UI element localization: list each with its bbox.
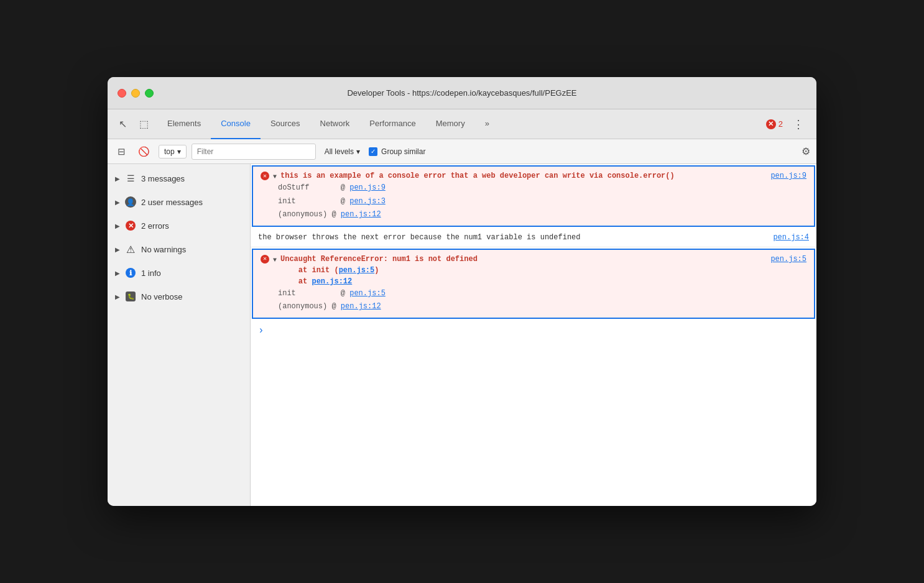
info-location[interactable]: pen.js:4	[773, 232, 809, 243]
tab-list: Elements Console Sources Network Perform…	[157, 109, 761, 139]
arrow-icon: ▶	[115, 199, 120, 206]
stack-link[interactable]: pen.js:12	[312, 277, 352, 286]
tab-elements[interactable]: Elements	[157, 109, 211, 139]
sidebar-item-info[interactable]: ▶ ℹ 1 info	[108, 261, 250, 285]
levels-chevron-icon: ▾	[356, 147, 360, 156]
expand-icon[interactable]: ▼	[273, 172, 277, 181]
clear-console-button[interactable]: 🚫	[134, 144, 154, 159]
settings-button[interactable]: ⚙	[802, 145, 810, 157]
inspect-button[interactable]: ⬚	[136, 116, 152, 132]
sidebar-item-label: No warnings	[141, 245, 186, 254]
sidebar-item-label: 2 errors	[141, 221, 169, 231]
chevron-down-icon: ▾	[177, 147, 181, 156]
arrow-icon: ▶	[115, 293, 120, 300]
arrow-icon: ▶	[115, 246, 120, 253]
sidebar-item-label: 1 info	[141, 269, 161, 278]
stack-link[interactable]: pen.js:3	[349, 197, 386, 206]
error-badge-icon: ✕	[766, 119, 776, 129]
filter-input[interactable]	[192, 144, 316, 160]
error-message: this is an example of a console error th…	[280, 170, 767, 181]
messages-icon: ☰	[125, 173, 136, 184]
tab-memory[interactable]: Memory	[426, 109, 475, 139]
console-entry-error-1: ✕ ▼ this is an example of a console erro…	[252, 165, 815, 227]
console-entry-error-2: ✕ ▼ Uncaught ReferenceError: num1 is not…	[252, 249, 815, 319]
error-icon: ✕	[261, 255, 269, 264]
console-entry-info: the browser throws the next error becaus…	[251, 228, 816, 247]
console-output: ✕ ▼ this is an example of a console erro…	[251, 164, 816, 506]
main-content: ▶ ☰ 3 messages ▶ 👤 2 user messages ▶ ✕ 2…	[108, 164, 816, 506]
group-similar-checkbox[interactable]: ✓	[369, 147, 377, 156]
tab-console[interactable]: Console	[211, 109, 261, 139]
stack-link[interactable]: pen.js:5	[339, 266, 375, 275]
sidebar-toggle-button[interactable]: ⊟	[114, 144, 129, 159]
titlebar: Developer Tools - https://codepen.io/kay…	[108, 77, 816, 109]
error-icon: ✕	[125, 220, 136, 231]
cursor-tool-button[interactable]: ↖	[115, 116, 131, 132]
error-message: Uncaught ReferenceError: num1 is not def…	[280, 254, 767, 287]
context-select[interactable]: top ▾	[159, 145, 187, 158]
error-icon: ✕	[261, 172, 269, 180]
sidebar-item-label: 3 messages	[141, 174, 185, 183]
levels-select[interactable]: All levels ▾	[321, 145, 364, 158]
error-location[interactable]: pen.js:5	[770, 254, 806, 265]
tab-sources[interactable]: Sources	[261, 109, 310, 139]
verbose-icon: 🐛	[125, 291, 136, 302]
minimize-button[interactable]	[131, 89, 140, 98]
stack-trace: doStuff @ pen.js:9 init @ pen.js:3 (anon…	[278, 181, 806, 222]
sidebar-item-verbose[interactable]: ▶ 🐛 No verbose	[108, 285, 250, 308]
stack-link[interactable]: pen.js:5	[349, 289, 386, 298]
user-icon: 👤	[125, 196, 136, 208]
sidebar-item-warnings[interactable]: ▶ ⚠ No warnings	[108, 237, 250, 261]
sidebar-item-errors[interactable]: ▶ ✕ 2 errors	[108, 214, 250, 237]
maximize-button[interactable]	[145, 89, 154, 98]
entry-header: ✕ ▼ Uncaught ReferenceError: num1 is not…	[261, 254, 806, 287]
stack-frame: doStuff @ pen.js:9	[278, 181, 806, 195]
error-badge[interactable]: ✕ 2	[766, 119, 783, 129]
arrow-icon: ▶	[115, 270, 120, 277]
tab-network[interactable]: Network	[310, 109, 360, 139]
window-title: Developer Tools - https://codepen.io/kay…	[347, 88, 576, 98]
entry-header: ✕ ▼ this is an example of a console erro…	[261, 170, 806, 181]
console-sidebar: ▶ ☰ 3 messages ▶ 👤 2 user messages ▶ ✕ 2…	[108, 164, 251, 506]
stack-link[interactable]: pen.js:12	[341, 210, 381, 219]
console-prompt: ›	[251, 320, 816, 341]
sidebar-item-label: No verbose	[141, 292, 182, 301]
close-button[interactable]	[118, 89, 126, 98]
more-options-button[interactable]: ⋮	[788, 115, 809, 134]
warning-icon: ⚠	[125, 244, 136, 255]
devtools-window: Developer Tools - https://codepen.io/kay…	[108, 77, 816, 506]
arrow-icon: ▶	[115, 223, 120, 229]
tab-more[interactable]: »	[475, 109, 499, 139]
stack-frame: init @ pen.js:3	[278, 195, 806, 209]
stack-frame: (anonymous) @ pen.js:12	[278, 208, 806, 222]
group-similar-control[interactable]: ✓ Group similar	[369, 147, 425, 156]
info-icon: ℹ	[125, 267, 136, 278]
traffic-lights	[118, 89, 154, 98]
sidebar-item-messages[interactable]: ▶ ☰ 3 messages	[108, 167, 250, 190]
prompt-icon: ›	[258, 325, 264, 336]
main-toolbar: ↖ ⬚ Elements Console Sources Network Per…	[108, 109, 816, 139]
stack-frame: init @ pen.js:5	[278, 287, 806, 301]
console-toolbar: ⊟ 🚫 top ▾ All levels ▾ ✓ Group similar ⚙	[108, 139, 816, 164]
sidebar-item-user-messages[interactable]: ▶ 👤 2 user messages	[108, 190, 250, 214]
stack-link[interactable]: pen.js:12	[341, 302, 381, 311]
info-message: the browser throws the next error becaus…	[258, 232, 580, 243]
arrow-icon: ▶	[115, 175, 120, 182]
stack-link[interactable]: pen.js:9	[349, 183, 386, 192]
tab-performance[interactable]: Performance	[359, 109, 425, 139]
stack-trace: init @ pen.js:5 (anonymous) @ pen.js:12	[278, 287, 806, 314]
sidebar-item-label: 2 user messages	[141, 198, 203, 207]
error-location[interactable]: pen.js:9	[770, 170, 806, 181]
stack-frame: (anonymous) @ pen.js:12	[278, 300, 806, 314]
expand-icon[interactable]: ▼	[273, 255, 277, 265]
